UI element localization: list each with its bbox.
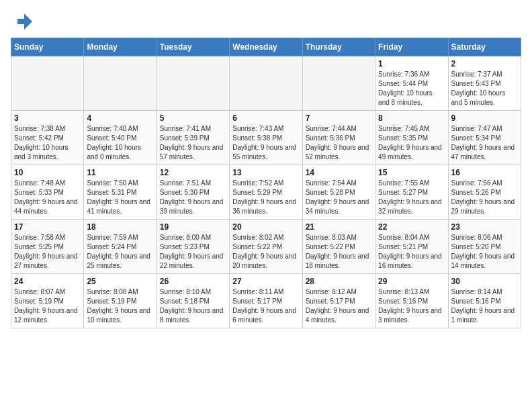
calendar-cell: 10Sunrise: 7:48 AM Sunset: 5:33 PM Dayli… — [11, 165, 84, 220]
calendar-cell — [302, 56, 375, 111]
calendar-cell: 8Sunrise: 7:45 AM Sunset: 5:35 PM Daylig… — [375, 111, 448, 165]
calendar-cell: 20Sunrise: 8:02 AM Sunset: 5:22 PM Dayli… — [230, 220, 302, 274]
day-number: 7 — [306, 113, 372, 123]
day-number: 1 — [378, 59, 445, 68]
day-info: Sunrise: 7:37 AM Sunset: 5:43 PM Dayligh… — [451, 70, 518, 107]
day-number: 20 — [232, 222, 299, 232]
calendar-cell — [84, 56, 157, 111]
day-info: Sunrise: 8:12 AM Sunset: 5:17 PM Dayligh… — [306, 287, 372, 325]
day-info: Sunrise: 8:07 AM Sunset: 5:19 PM Dayligh… — [14, 287, 81, 325]
day-info: Sunrise: 7:55 AM Sunset: 5:27 PM Dayligh… — [378, 179, 445, 216]
day-number: 28 — [306, 277, 372, 286]
day-info: Sunrise: 7:44 AM Sunset: 5:36 PM Dayligh… — [306, 124, 372, 162]
calendar-cell: 18Sunrise: 7:59 AM Sunset: 5:24 PM Dayli… — [84, 220, 157, 274]
day-info: Sunrise: 7:43 AM Sunset: 5:38 PM Dayligh… — [232, 124, 299, 162]
day-number: 22 — [378, 222, 445, 232]
calendar-cell: 6Sunrise: 7:43 AM Sunset: 5:38 PM Daylig… — [230, 111, 302, 165]
calendar-cell: 2Sunrise: 7:37 AM Sunset: 5:43 PM Daylig… — [448, 56, 521, 111]
calendar-cell: 24Sunrise: 8:07 AM Sunset: 5:19 PM Dayli… — [11, 274, 84, 328]
day-number: 10 — [14, 168, 81, 177]
day-number: 9 — [451, 113, 518, 123]
calendar-cell — [157, 56, 229, 111]
day-number: 26 — [160, 277, 226, 286]
day-info: Sunrise: 7:45 AM Sunset: 5:35 PM Dayligh… — [378, 124, 445, 162]
calendar-cell: 14Sunrise: 7:54 AM Sunset: 5:28 PM Dayli… — [302, 165, 375, 220]
day-number: 30 — [451, 277, 518, 286]
day-info: Sunrise: 7:54 AM Sunset: 5:28 PM Dayligh… — [306, 179, 372, 216]
day-number: 5 — [160, 113, 226, 123]
day-info: Sunrise: 8:02 AM Sunset: 5:22 PM Dayligh… — [232, 233, 299, 271]
day-number: 15 — [378, 168, 445, 177]
calendar-cell: 12Sunrise: 7:51 AM Sunset: 5:30 PM Dayli… — [157, 165, 229, 220]
calendar-cell — [11, 56, 84, 111]
calendar-cell: 26Sunrise: 8:10 AM Sunset: 5:18 PM Dayli… — [157, 274, 229, 328]
calendar-cell: 21Sunrise: 8:03 AM Sunset: 5:22 PM Dayli… — [302, 220, 375, 274]
day-info: Sunrise: 8:00 AM Sunset: 5:23 PM Dayligh… — [160, 233, 226, 271]
calendar-cell: 23Sunrise: 8:06 AM Sunset: 5:20 PM Dayli… — [448, 220, 521, 274]
day-info: Sunrise: 7:36 AM Sunset: 5:44 PM Dayligh… — [378, 70, 445, 107]
day-number: 8 — [378, 113, 445, 123]
day-number: 21 — [306, 222, 372, 232]
calendar-cell: 11Sunrise: 7:50 AM Sunset: 5:31 PM Dayli… — [84, 165, 157, 220]
day-number: 27 — [232, 277, 299, 286]
day-info: Sunrise: 7:59 AM Sunset: 5:24 PM Dayligh… — [87, 233, 153, 271]
day-number: 12 — [160, 168, 226, 177]
day-info: Sunrise: 7:52 AM Sunset: 5:29 PM Dayligh… — [232, 179, 299, 216]
day-info: Sunrise: 8:03 AM Sunset: 5:22 PM Dayligh… — [306, 233, 372, 271]
calendar-cell: 30Sunrise: 8:14 AM Sunset: 5:16 PM Dayli… — [448, 274, 521, 328]
calendar-cell: 1Sunrise: 7:36 AM Sunset: 5:44 PM Daylig… — [375, 56, 448, 111]
day-info: Sunrise: 8:04 AM Sunset: 5:21 PM Dayligh… — [378, 233, 445, 271]
day-info: Sunrise: 7:41 AM Sunset: 5:39 PM Dayligh… — [160, 124, 226, 162]
page-header — [11, 11, 521, 32]
calendar-week-row: 1Sunrise: 7:36 AM Sunset: 5:44 PM Daylig… — [11, 56, 521, 111]
calendar-table: SundayMondayTuesdayWednesdayThursdayFrid… — [11, 38, 521, 328]
logo-icon — [11, 11, 32, 32]
day-number: 6 — [232, 113, 299, 123]
day-info: Sunrise: 7:40 AM Sunset: 5:40 PM Dayligh… — [87, 124, 153, 162]
calendar-cell: 27Sunrise: 8:11 AM Sunset: 5:17 PM Dayli… — [230, 274, 302, 328]
calendar-cell: 22Sunrise: 8:04 AM Sunset: 5:21 PM Dayli… — [375, 220, 448, 274]
weekday-header: Thursday — [302, 38, 375, 56]
weekday-header: Sunday — [11, 38, 84, 56]
calendar-week-row: 3Sunrise: 7:38 AM Sunset: 5:42 PM Daylig… — [11, 111, 521, 165]
day-number: 23 — [451, 222, 518, 232]
logo — [11, 11, 36, 32]
day-info: Sunrise: 8:14 AM Sunset: 5:16 PM Dayligh… — [451, 287, 518, 325]
calendar-cell: 28Sunrise: 8:12 AM Sunset: 5:17 PM Dayli… — [302, 274, 375, 328]
day-info: Sunrise: 7:38 AM Sunset: 5:42 PM Dayligh… — [14, 124, 81, 162]
day-info: Sunrise: 8:06 AM Sunset: 5:20 PM Dayligh… — [451, 233, 518, 271]
calendar-cell: 7Sunrise: 7:44 AM Sunset: 5:36 PM Daylig… — [302, 111, 375, 165]
day-number: 14 — [306, 168, 372, 177]
weekday-header: Wednesday — [230, 38, 302, 56]
day-info: Sunrise: 7:56 AM Sunset: 5:26 PM Dayligh… — [451, 179, 518, 216]
day-number: 25 — [87, 277, 153, 286]
weekday-header: Monday — [84, 38, 157, 56]
weekday-header: Saturday — [448, 38, 521, 56]
day-number: 24 — [14, 277, 81, 286]
calendar-cell: 13Sunrise: 7:52 AM Sunset: 5:29 PM Dayli… — [230, 165, 302, 220]
calendar-cell: 9Sunrise: 7:47 AM Sunset: 5:34 PM Daylig… — [448, 111, 521, 165]
calendar-week-row: 10Sunrise: 7:48 AM Sunset: 5:33 PM Dayli… — [11, 165, 521, 220]
day-info: Sunrise: 7:58 AM Sunset: 5:25 PM Dayligh… — [14, 233, 81, 271]
calendar-cell — [230, 56, 302, 111]
day-number: 11 — [87, 168, 153, 177]
calendar-week-row: 17Sunrise: 7:58 AM Sunset: 5:25 PM Dayli… — [11, 220, 521, 274]
calendar-week-row: 24Sunrise: 8:07 AM Sunset: 5:19 PM Dayli… — [11, 274, 521, 328]
day-number: 17 — [14, 222, 81, 232]
day-info: Sunrise: 7:47 AM Sunset: 5:34 PM Dayligh… — [451, 124, 518, 162]
calendar-cell: 19Sunrise: 8:00 AM Sunset: 5:23 PM Dayli… — [157, 220, 229, 274]
calendar-cell: 25Sunrise: 8:08 AM Sunset: 5:19 PM Dayli… — [84, 274, 157, 328]
day-info: Sunrise: 8:13 AM Sunset: 5:16 PM Dayligh… — [378, 287, 445, 325]
day-number: 29 — [378, 277, 445, 286]
calendar-cell: 16Sunrise: 7:56 AM Sunset: 5:26 PM Dayli… — [448, 165, 521, 220]
calendar-cell: 4Sunrise: 7:40 AM Sunset: 5:40 PM Daylig… — [84, 111, 157, 165]
day-number: 13 — [232, 168, 299, 177]
day-number: 19 — [160, 222, 226, 232]
calendar-cell: 29Sunrise: 8:13 AM Sunset: 5:16 PM Dayli… — [375, 274, 448, 328]
day-number: 2 — [451, 59, 518, 68]
day-info: Sunrise: 8:08 AM Sunset: 5:19 PM Dayligh… — [87, 287, 153, 325]
calendar-cell: 5Sunrise: 7:41 AM Sunset: 5:39 PM Daylig… — [157, 111, 229, 165]
calendar-cell: 17Sunrise: 7:58 AM Sunset: 5:25 PM Dayli… — [11, 220, 84, 274]
calendar-header-row: SundayMondayTuesdayWednesdayThursdayFrid… — [11, 38, 521, 56]
weekday-header: Friday — [375, 38, 448, 56]
